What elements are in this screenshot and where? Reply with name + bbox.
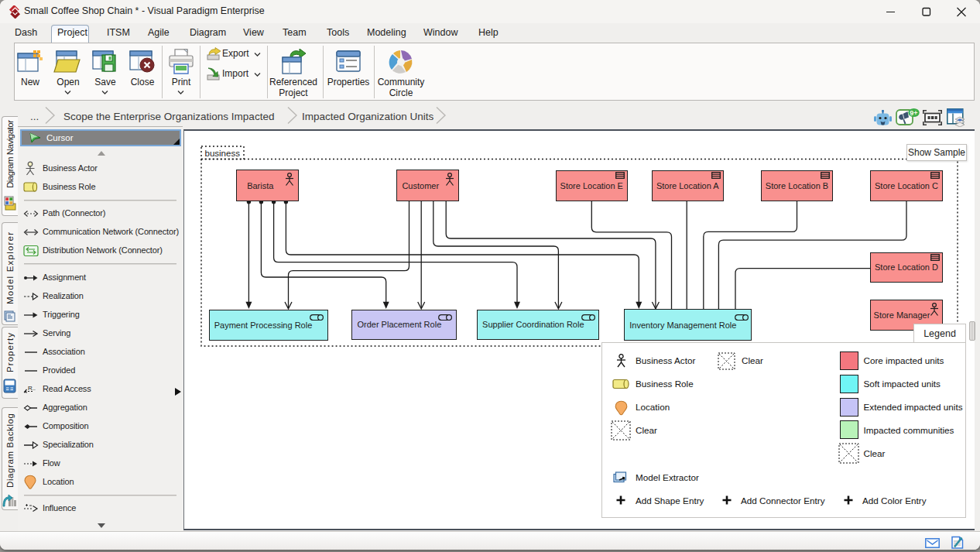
- svg-text:Diagram Navigator: Diagram Navigator: [5, 120, 15, 188]
- svg-text:9+: 9+: [910, 109, 917, 117]
- svg-text:Property: Property: [5, 333, 15, 372]
- svg-text:R..: R..: [28, 385, 36, 392]
- svg-text:Model Explorer: Model Explorer: [5, 232, 15, 304]
- svg-text:Diagram Backlog: Diagram Backlog: [5, 413, 15, 488]
- svg-text:business: business: [205, 149, 241, 158]
